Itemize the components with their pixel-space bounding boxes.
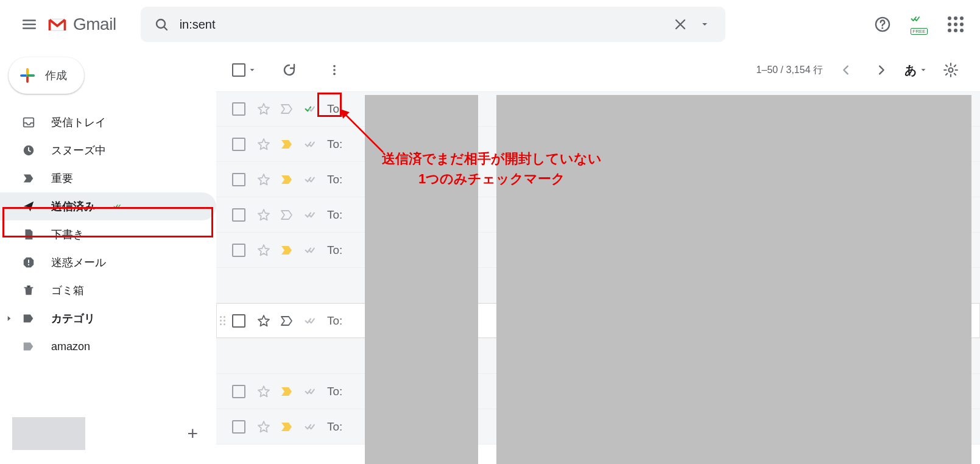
- double-check-icon: [302, 103, 319, 115]
- row-important[interactable]: [280, 314, 294, 328]
- sidebar-item-snoozed[interactable]: スヌーズ中: [0, 136, 216, 164]
- sidebar-item-label: 下書き: [51, 227, 84, 242]
- double-check-icon: [302, 138, 319, 150]
- input-tools-button[interactable]: あ: [904, 62, 928, 79]
- row-checkbox[interactable]: [232, 244, 245, 257]
- compose-button[interactable]: 作成: [9, 57, 84, 94]
- sidebar-item-inbox[interactable]: 受信トレイ: [0, 108, 216, 136]
- next-page-button[interactable]: [869, 58, 894, 82]
- sidebar-item-label: 受信トレイ: [51, 115, 106, 130]
- row-to-label: To:: [327, 208, 342, 222]
- sidebar-item-amazon[interactable]: amazon: [0, 332, 216, 360]
- double-check-icon: [302, 315, 319, 327]
- row-checkbox[interactable]: [232, 138, 245, 151]
- row-important[interactable]: [280, 137, 294, 152]
- prev-page-button[interactable]: [834, 58, 858, 82]
- row-important[interactable]: [280, 208, 294, 222]
- sidebar-item-sent[interactable]: 送信済み: [0, 192, 216, 220]
- important-icon: [280, 420, 294, 434]
- row-star[interactable]: [256, 243, 271, 258]
- free-label: FREE: [911, 28, 927, 35]
- select-all-button[interactable]: [232, 63, 256, 77]
- star-icon: [256, 102, 271, 116]
- main-menu-button[interactable]: [15, 10, 44, 39]
- row-star[interactable]: [256, 172, 271, 187]
- hangouts-bar: +: [0, 403, 216, 464]
- row-star[interactable]: [256, 102, 271, 116]
- sidebar-item-categories[interactable]: カテゴリ: [0, 304, 216, 332]
- sidebar-item-label: 重要: [51, 171, 73, 186]
- row-checkbox[interactable]: [232, 314, 245, 328]
- help-button[interactable]: [870, 12, 895, 37]
- drag-handle-icon[interactable]: [220, 316, 225, 325]
- checkbox-icon: [232, 102, 245, 116]
- nav-list: 受信トレイ スヌーズ中 重要 送信済み 下書き 迷惑メール: [0, 108, 216, 360]
- row-important[interactable]: [280, 384, 294, 399]
- row-track-status: [300, 421, 321, 433]
- header-right: FREE: [846, 12, 968, 37]
- gmail-logo[interactable]: Gmail: [45, 15, 116, 34]
- search-input[interactable]: [174, 18, 668, 32]
- row-important[interactable]: [280, 243, 294, 258]
- row-star[interactable]: [256, 137, 271, 152]
- close-icon: [673, 17, 688, 32]
- sidebar-item-label: ゴミ箱: [51, 283, 84, 298]
- row-to-label: To:: [327, 420, 342, 434]
- sidebar-item-label: amazon: [51, 340, 90, 353]
- pagination-range: 1–50 / 3,154 行: [756, 64, 823, 77]
- hangouts-new-button[interactable]: +: [187, 423, 198, 444]
- row-checkbox[interactable]: [232, 102, 245, 116]
- important-icon: [280, 384, 294, 399]
- header: Gmail FREE: [0, 0, 980, 49]
- row-important[interactable]: [280, 420, 294, 434]
- row-checkbox[interactable]: [232, 420, 245, 434]
- checkbox-icon: [232, 385, 245, 398]
- more-icon: [328, 63, 341, 77]
- checkbox-icon: [232, 244, 245, 257]
- search-icon: [154, 17, 169, 32]
- sidebar-item-drafts[interactable]: 下書き: [0, 220, 216, 248]
- row-star[interactable]: [256, 314, 271, 328]
- double-check-icon: [907, 13, 925, 24]
- refresh-button[interactable]: [277, 58, 301, 82]
- google-apps-button[interactable]: [943, 12, 968, 37]
- apps-icon: [948, 16, 964, 32]
- row-star[interactable]: [256, 420, 271, 434]
- clock-icon: [21, 144, 37, 157]
- main-area: 1–50 / 3,154 行 あ To:To:To:To:To:To:To:To…: [216, 49, 980, 464]
- sidebar-item-trash[interactable]: ゴミ箱: [0, 276, 216, 304]
- row-track-status: [300, 138, 321, 150]
- more-button[interactable]: [322, 58, 347, 82]
- row-checkbox[interactable]: [232, 385, 245, 398]
- row-to-label: To:: [327, 385, 342, 398]
- sidebar-item-spam[interactable]: 迷惑メール: [0, 248, 216, 276]
- row-star[interactable]: [256, 208, 271, 222]
- plus-icon: [18, 66, 37, 85]
- search-button[interactable]: [149, 12, 174, 37]
- gmail-icon: [45, 15, 69, 33]
- double-check-icon: [302, 421, 319, 433]
- row-important[interactable]: [280, 172, 294, 187]
- sidebar-item-label: 迷惑メール: [51, 255, 106, 270]
- sidebar-item-important[interactable]: 重要: [0, 164, 216, 192]
- double-check-icon: [111, 202, 124, 211]
- settings-button[interactable]: [939, 58, 963, 82]
- important-icon: [280, 137, 294, 152]
- row-important[interactable]: [280, 102, 294, 116]
- chevron-left-icon: [839, 63, 853, 77]
- search-options-button[interactable]: [693, 12, 717, 37]
- star-icon: [256, 172, 271, 187]
- row-checkbox[interactable]: [232, 208, 245, 222]
- mailtrack-badge[interactable]: FREE: [907, 13, 931, 35]
- row-checkbox[interactable]: [232, 173, 245, 186]
- search-bar: [141, 7, 725, 42]
- hangouts-avatar[interactable]: [12, 417, 85, 450]
- row-track-status: [300, 244, 321, 256]
- important-icon: [280, 243, 294, 258]
- draft-icon: [21, 228, 37, 241]
- row-star[interactable]: [256, 384, 271, 399]
- search-clear-button[interactable]: [668, 12, 693, 37]
- trash-icon: [21, 284, 37, 297]
- compose-label: 作成: [45, 68, 67, 83]
- checkbox-icon: [232, 173, 245, 186]
